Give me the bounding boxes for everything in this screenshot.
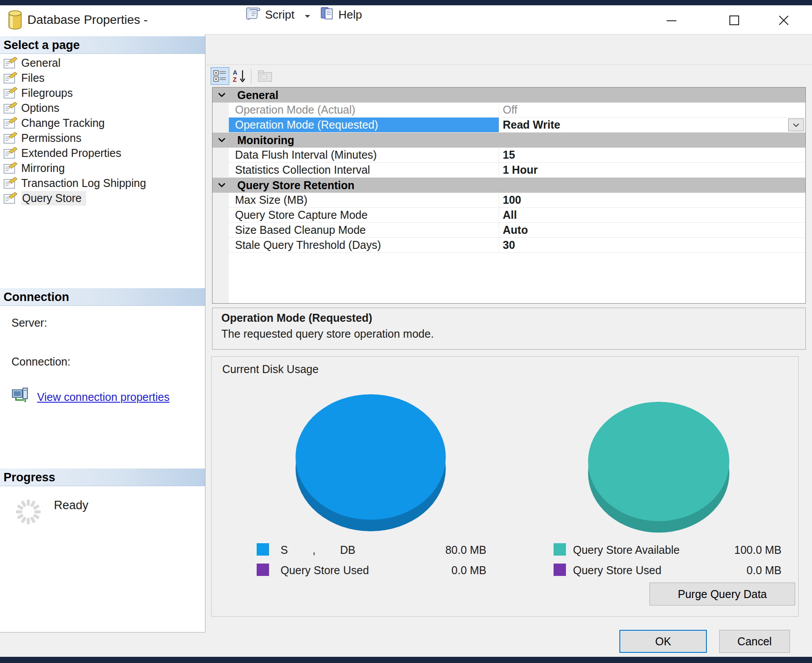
help-label: Help [338, 8, 362, 22]
help-button[interactable]: Help [320, 4, 362, 26]
titlebar: Database Properties - [0, 5, 812, 34]
property-value: Off [499, 103, 805, 118]
property-row-capture-mode[interactable]: Query Store Capture Mode All [229, 208, 805, 223]
page-icon [4, 86, 18, 99]
sidebar-item-permissions[interactable]: Permissions [4, 130, 81, 145]
chevron-down-icon [218, 137, 226, 143]
sidebar-item-general[interactable]: General [4, 55, 61, 70]
property-pages-icon[interactable] [255, 67, 277, 85]
page-icon [4, 161, 18, 175]
sidebar-item-label: General [21, 57, 61, 69]
script-button[interactable]: Script [246, 4, 311, 26]
property-value: 30 [499, 238, 805, 253]
grid-category-monitoring[interactable]: Monitoring [212, 133, 805, 148]
property-grid: General Operation Mode (Actual) Off Oper… [212, 87, 806, 304]
ok-button[interactable]: OK [619, 630, 707, 653]
sidebar-item-query-store[interactable]: Query Store [4, 191, 86, 206]
page-icon [4, 131, 18, 145]
legend-value: 80.0 MB [389, 544, 486, 556]
database-icon [7, 10, 23, 32]
sidebar-item-extended-properties[interactable]: Extended Properties [4, 145, 121, 160]
progress-header: Progress [0, 469, 205, 486]
sidebar-item-label: Transaction Log Shipping [21, 177, 146, 190]
svg-text:A: A [233, 69, 237, 76]
property-label: Stale Query Threshold (Days) [229, 238, 499, 253]
close-button[interactable] [774, 11, 793, 29]
sidebar-item-label: Mirroring [21, 162, 65, 175]
property-label: Size Based Cleanup Mode [229, 223, 499, 238]
property-row-stale-query-threshold[interactable]: Stale Query Threshold (Days) 30 [229, 238, 805, 253]
property-label: Statistics Collection Interval [229, 163, 499, 178]
chevron-down-icon [218, 92, 226, 98]
maximize-button[interactable] [725, 11, 744, 29]
sidebar-item-transaction-log-shipping[interactable]: Transaction Log Shipping [4, 175, 146, 191]
property-label: Max Size (MB) [229, 193, 499, 208]
legend-swatch-query-store-used [257, 564, 269, 576]
category-label: Monitoring [237, 134, 294, 147]
property-row-max-size[interactable]: Max Size (MB) 100 [229, 193, 805, 208]
legend-swatch-query-store-available [554, 543, 566, 556]
property-row-size-based-cleanup[interactable]: Size Based Cleanup Mode Auto [229, 223, 805, 238]
groupbox-title: Current Disk Usage [222, 363, 319, 376]
window-bottom-edge [0, 657, 812, 663]
progress-status: Ready [54, 499, 88, 512]
legend-swatch-database [257, 543, 269, 556]
legend-label: S , DB [281, 544, 355, 556]
script-scroll-icon [246, 6, 262, 23]
property-row-operation-mode-actual[interactable]: Operation Mode (Actual) Off [229, 103, 805, 118]
legend-value: 100.0 MB [680, 544, 782, 556]
toolbar-separator [251, 69, 251, 84]
grid-category-general[interactable]: General [212, 88, 805, 103]
categorized-icon[interactable] [211, 67, 229, 85]
property-row-statistics-collection-interval[interactable]: Statistics Collection Interval 1 Hour [229, 163, 805, 178]
legend-value: 0.0 MB [680, 564, 782, 577]
cancel-button[interactable]: Cancel [719, 630, 790, 653]
property-row-operation-mode-requested[interactable]: Operation Mode (Requested) Read Write [229, 118, 805, 133]
sidebar-item-options[interactable]: Options [4, 100, 59, 115]
property-value: 100 [499, 193, 805, 208]
property-label: Operation Mode (Requested) [229, 118, 499, 133]
legend-value: 0.0 MB [389, 564, 486, 577]
page-icon [4, 56, 18, 69]
sidebar-item-change-tracking[interactable]: Change Tracking [4, 115, 105, 130]
property-label: Data Flush Interval (Minutes) [229, 148, 499, 163]
script-label: Script [265, 8, 294, 22]
server-label: Server: [11, 316, 47, 329]
grid-gutter [212, 88, 229, 303]
connection-header: Connection [0, 288, 205, 306]
sidebar-item-label: Permissions [21, 132, 81, 145]
property-value: 15 [499, 148, 805, 163]
property-description-panel: Operation Mode (Requested) The requested… [212, 308, 806, 350]
property-row-data-flush-interval[interactable]: Data Flush Interval (Minutes) 15 [229, 148, 805, 163]
description-title: Operation Mode (Requested) [221, 312, 372, 324]
property-value: Read Write [499, 118, 805, 133]
sidebar-item-filegroups[interactable]: Filegroups [4, 85, 73, 100]
category-label: General [237, 89, 278, 102]
legend-label: Query Store Used [281, 564, 369, 577]
database-properties-window: Database Properties - Select a page Gene… [0, 0, 812, 663]
sidebar-header: Select a page [0, 36, 205, 54]
grid-category-query-store-retention[interactable]: Query Store Retention [212, 178, 805, 193]
chevron-down-icon[interactable] [304, 8, 311, 22]
connection-label: Connection: [11, 355, 70, 368]
current-disk-usage-groupbox: Current Disk Usage S , DB 80.0 MB Query … [211, 356, 799, 617]
sidebar-item-label: Query Store [21, 191, 86, 206]
sidebar-item-mirroring[interactable]: Mirroring [4, 160, 65, 175]
sidebar-item-label: Change Tracking [21, 117, 105, 130]
property-label: Query Store Capture Mode [229, 208, 499, 223]
operation-mode-dropdown-button[interactable] [788, 118, 804, 131]
minimize-button[interactable] [662, 11, 681, 29]
category-label: Query Store Retention [237, 179, 354, 192]
legend-swatch-query-store-used [554, 564, 566, 576]
property-label: Operation Mode (Actual) [229, 103, 499, 118]
sidebar-item-label: Filegroups [21, 87, 73, 99]
svg-text:Z: Z [233, 76, 237, 83]
purge-query-data-button[interactable]: Purge Query Data [649, 583, 795, 606]
sort-alphabetical-icon[interactable]: A Z [230, 67, 249, 85]
query-store-pie-chart [588, 402, 729, 521]
connection-computers-icon [11, 387, 30, 407]
view-connection-properties-link[interactable]: View connection properties [37, 391, 170, 404]
page-icon [4, 71, 18, 84]
property-value: 1 Hour [499, 163, 805, 178]
sidebar-item-files[interactable]: Files [4, 70, 45, 85]
